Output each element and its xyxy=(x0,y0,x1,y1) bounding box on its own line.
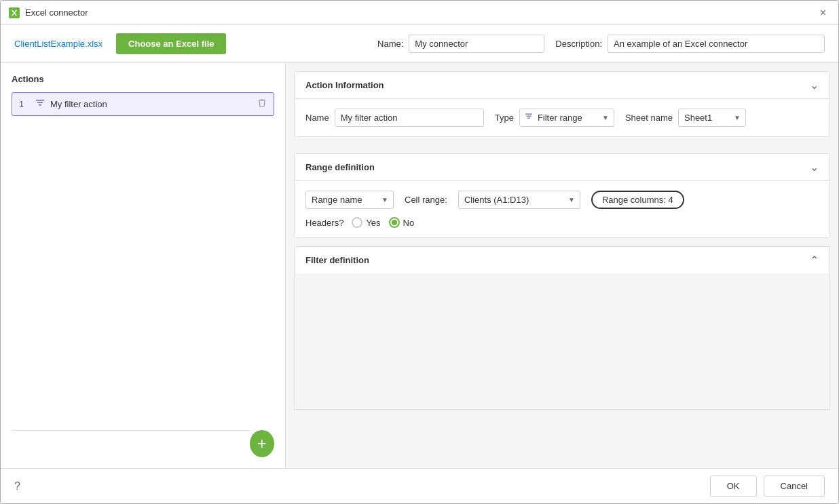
headers-yes-option[interactable]: Yes xyxy=(352,217,380,228)
titlebar-left: Excel connector xyxy=(9,7,88,18)
cell-range-select-wrapper: Clients (A1:D13) Sheet2 (A1:B10) ▼ xyxy=(458,191,580,209)
action-number: 1 xyxy=(19,99,30,109)
cell-range-select[interactable]: Clients (A1:D13) Sheet2 (A1:B10) xyxy=(458,191,580,209)
range-row: Range name Cell range ▼ Cell range: Clie… xyxy=(305,191,819,209)
filter-definition-title: Filter definition xyxy=(305,255,369,265)
description-field-group: Description: xyxy=(555,35,825,53)
headers-radio-group: Yes No xyxy=(352,217,414,228)
delete-action-button[interactable] xyxy=(257,98,267,110)
range-definition-body: Range name Cell range ▼ Cell range: Clie… xyxy=(295,181,829,237)
action-type-select[interactable]: Filter range Read range Write range xyxy=(519,109,614,127)
right-panel: Action Information ⌄ Name Type xyxy=(286,63,838,468)
file-link[interactable]: ClientListExample.xlsx xyxy=(14,39,102,49)
action-info-header: Action Information ⌄ xyxy=(295,72,829,99)
action-info-body: Name Type xyxy=(295,99,829,136)
range-name-select[interactable]: Range name Cell range xyxy=(305,191,394,209)
action-name-label: Name xyxy=(305,113,329,123)
action-info-section: Action Information ⌄ Name Type xyxy=(294,71,830,137)
main-content: Actions 1 My filter action xyxy=(1,63,838,468)
cell-range-label: Cell range: xyxy=(405,195,447,205)
app-icon xyxy=(9,7,20,18)
action-type-label: Type xyxy=(495,113,514,123)
close-button[interactable]: × xyxy=(816,5,830,20)
cancel-button[interactable]: Cancel xyxy=(764,476,825,497)
connector-description-input[interactable] xyxy=(608,35,825,53)
headers-label: Headers? xyxy=(305,218,343,228)
action-type-field: Type Filter ran xyxy=(495,109,614,127)
svg-rect-3 xyxy=(39,104,41,106)
yes-label: Yes xyxy=(366,218,380,228)
svg-rect-2 xyxy=(37,102,43,104)
help-icon[interactable]: ? xyxy=(14,480,20,492)
action-info-title: Action Information xyxy=(305,80,384,90)
filter-definition-header[interactable]: Filter definition ⌃ xyxy=(295,247,829,273)
filter-definition-section: Filter definition ⌃ xyxy=(294,246,830,410)
svg-rect-1 xyxy=(36,100,44,101)
range-definition-title: Range definition xyxy=(305,162,375,172)
action-name-field: Name xyxy=(305,109,484,127)
action-info-collapse-icon[interactable]: ⌄ xyxy=(810,79,819,92)
action-label: My filter action xyxy=(50,99,252,109)
add-action-button[interactable]: + xyxy=(250,430,274,457)
action-item[interactable]: 1 My filter action xyxy=(12,92,274,116)
filter-icon xyxy=(35,98,45,110)
top-bar: ClientListExample.xlsx Choose an Excel f… xyxy=(1,25,838,63)
name-label: Name: xyxy=(377,39,403,49)
no-label: No xyxy=(403,218,415,228)
name-field-group: Name: xyxy=(377,35,544,53)
sheet-select-wrapper: Sheet1 Sheet2 ▼ xyxy=(678,109,746,127)
sheet-name-label: Sheet name xyxy=(625,113,673,123)
action-name-input[interactable] xyxy=(335,109,484,127)
actions-title: Actions xyxy=(12,74,274,84)
divider xyxy=(12,430,250,446)
bottom-bar: ? OK Cancel xyxy=(1,468,838,503)
top-bar-fields: Name: Description: xyxy=(377,35,825,53)
filter-collapse-icon[interactable]: ⌃ xyxy=(810,254,819,267)
range-columns-badge: Range columns: 4 xyxy=(591,191,684,209)
connector-name-input[interactable] xyxy=(409,35,544,53)
no-radio-circle xyxy=(389,217,400,228)
excel-connector-window: Excel connector × ClientListExample.xlsx… xyxy=(0,0,839,504)
yes-radio-circle xyxy=(352,217,362,228)
sheet-name-field: Sheet name Sheet1 Sheet2 ▼ xyxy=(625,109,746,127)
add-btn-container: + xyxy=(12,419,274,457)
ok-button[interactable]: OK xyxy=(710,476,757,497)
no-radio-dot xyxy=(392,220,397,225)
range-name-select-wrapper: Range name Cell range ▼ xyxy=(305,191,394,209)
action-info-row: Name Type xyxy=(305,109,819,127)
left-panel: Actions 1 My filter action xyxy=(1,63,286,468)
choose-file-button[interactable]: Choose an Excel file xyxy=(116,33,226,54)
window-title: Excel connector xyxy=(25,7,88,18)
sheet-name-select[interactable]: Sheet1 Sheet2 xyxy=(678,109,746,127)
titlebar: Excel connector × xyxy=(1,1,838,25)
filter-definition-body xyxy=(295,273,829,409)
description-label: Description: xyxy=(555,39,602,49)
range-definition-header: Range definition ⌄ xyxy=(295,154,829,181)
type-select-wrapper: Filter range Read range Write range ▼ xyxy=(519,109,614,127)
headers-row: Headers? Yes No xyxy=(305,217,819,228)
range-collapse-icon[interactable]: ⌄ xyxy=(810,161,819,174)
range-definition-section: Range definition ⌄ Range name Cell range… xyxy=(294,153,830,238)
headers-no-option[interactable]: No xyxy=(389,217,415,228)
